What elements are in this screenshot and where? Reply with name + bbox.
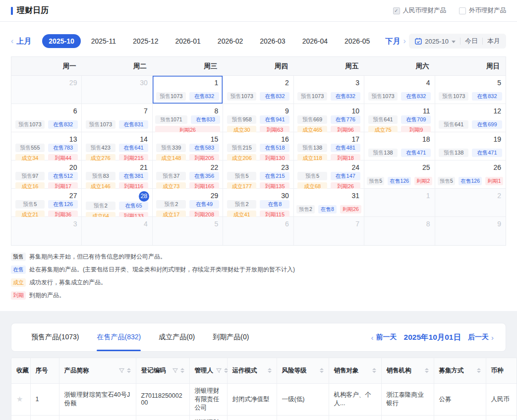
calendar-cell-23[interactable]: 23预售5在售215成立177到期135 — [223, 160, 293, 189]
calendar-cell-7[interactable]: 7预售1073在售831 — [82, 104, 152, 132]
calendar-cell-31[interactable]: 31预售2在售8到期26 — [294, 189, 364, 217]
calendar-cell-14[interactable]: 14预售423在售641成立276到期215 — [82, 132, 152, 160]
calendar-cell-9[interactable]: 9 — [435, 217, 506, 245]
month-tab-2025-11[interactable]: 2025-11 — [85, 34, 122, 48]
calendar-cell-29[interactable]: 29 — [11, 76, 82, 104]
product-tab-2[interactable]: 成立产品(0) — [159, 323, 195, 351]
sort-icon[interactable] — [268, 368, 272, 373]
filter-icon[interactable] — [119, 368, 124, 373]
sort-icon[interactable] — [180, 368, 184, 373]
calendar-cell-9[interactable]: 9预售958在售941成立30到期63 — [223, 104, 293, 132]
next-day-button[interactable]: 后一天 › — [468, 333, 494, 342]
column-header-inner: 收藏 — [16, 367, 25, 375]
calendar-day-number: 15 — [153, 132, 223, 144]
calendar-cell-3[interactable]: 3预售1073在售832 — [294, 76, 364, 104]
calendar-cell-13[interactable]: 13预售555在售783成立34到期44 — [11, 132, 82, 160]
calendar-cell-26[interactable]: 26预售5在售126到期1 — [435, 160, 506, 189]
onsale-badge-label: 在售 — [406, 93, 417, 99]
calendar-weekday: 周二 — [82, 57, 152, 75]
calendar-cell-5[interactable]: 5 — [153, 217, 223, 245]
calendar-cell-8[interactable]: 8预售1071在售833到期26 — [153, 104, 223, 132]
presale-badge: 预售641 — [439, 120, 468, 129]
filter-icon[interactable] — [172, 368, 178, 373]
calendar-cell-12[interactable]: 12预售641在售699 — [435, 104, 506, 132]
column-header-销售对象[interactable]: 销售对象 — [329, 358, 381, 383]
calendar-cell-29[interactable]: 29预售2在售49成立17到期208 — [153, 189, 223, 217]
calendar-cell-24[interactable]: 24预售5在售147成立68到期26 — [294, 160, 364, 189]
sort-icon[interactable] — [320, 368, 324, 373]
calendar-cell-16[interactable]: 16预售215在售518成立206到期130 — [223, 132, 293, 160]
favorite-star-icon[interactable]: ★ — [16, 395, 23, 403]
calendar-cell-7[interactable]: 7 — [294, 217, 364, 245]
calendar-day-number: 8 — [364, 217, 434, 228]
month-picker-dropdown[interactable]: 2025-10 — [415, 38, 456, 45]
sort-icon[interactable] — [477, 368, 481, 373]
foreign-currency-products-checkbox[interactable]: 外币理财产品 — [459, 6, 506, 15]
calendar-cell-4[interactable]: 4预售1073在售832 — [364, 76, 435, 104]
calendar-cell-20[interactable]: 20预售97在售512成立16到期17 — [11, 160, 82, 189]
onsale-badge: 在售832 — [401, 92, 431, 101]
checkbox-checked-icon[interactable]: ✓ — [393, 7, 400, 14]
sort-icon[interactable] — [127, 368, 131, 373]
calendar-cell-28[interactable]: 28预售2在售65成立64到期133 — [82, 189, 152, 217]
product-tab-3[interactable]: 到期产品(0) — [213, 323, 249, 351]
calendar-cell-1[interactable]: 1 — [364, 189, 435, 217]
calendar-cell-11[interactable]: 11预售641在售709成立75到期9 — [364, 104, 435, 132]
table-row[interactable]: ★2浙银理财琮简宝石40号Z7011825000200浙银理财有限责任公司封闭式… — [11, 415, 517, 420]
table-row[interactable]: ★1浙银理财琮简宝石40号J份额Z7011825000200浙银理财有限责任公司… — [11, 383, 517, 415]
calendar-cell-30[interactable]: 30预售2在售8成立41到期115 — [223, 189, 293, 217]
onsale-badge: 在售518 — [260, 144, 289, 152]
calendar-cell-3[interactable]: 3 — [11, 217, 82, 245]
month-tab-2025-10[interactable]: 2025-10 — [42, 34, 80, 48]
column-header-产品简称[interactable]: 产品简称 — [59, 358, 136, 383]
calendar-cell-6[interactable]: 6 — [223, 217, 293, 245]
month-tab-2026-05[interactable]: 2026-05 — [338, 34, 376, 48]
calendar-cell-2[interactable]: 2预售1073在售832 — [223, 76, 293, 104]
calendar-cell-15[interactable]: 15预售339在售583成立148到期205 — [153, 132, 223, 160]
month-tab-2026-03[interactable]: 2026-03 — [253, 34, 291, 48]
calendar-cell-30[interactable]: 30 — [82, 76, 152, 104]
calendar-cell-10[interactable]: 10预售669在售776成立465到期96 — [294, 104, 364, 132]
calendar-cell-27[interactable]: 27预售5在售126成立21到期36 — [11, 189, 82, 217]
calendar-cell-21[interactable]: 21预售83在售381成立146到期116 — [82, 160, 152, 189]
calendar-cell-8[interactable]: 8 — [364, 217, 435, 245]
calendar-cell-2[interactable]: 2 — [435, 189, 506, 217]
sort-icon[interactable] — [425, 368, 429, 373]
sort-icon[interactable] — [224, 368, 228, 373]
calendar-cell-4[interactable]: 4 — [82, 217, 152, 245]
sort-icon[interactable] — [372, 368, 376, 373]
calendar-cell-22[interactable]: 22预售37在售356成立73到期165 — [153, 160, 223, 189]
current-month-button[interactable]: 本月 — [487, 37, 500, 46]
filter-icon[interactable] — [216, 368, 222, 373]
column-header-运作模式[interactable]: 运作模式 — [227, 358, 277, 383]
calendar-cell-17[interactable]: 17预售138在售481成立118到期18 — [294, 132, 364, 160]
calendar-cell-19[interactable]: 19预售138在售471 — [435, 132, 506, 160]
today-button[interactable]: 今日 — [465, 37, 478, 46]
prev-month-button[interactable]: ‹ 上月 — [11, 37, 31, 46]
product-tab-0[interactable]: 预售产品(1073) — [31, 323, 79, 351]
column-header-风险等级[interactable]: 风险等级 — [277, 358, 329, 383]
onsale-badge: 在售641 — [119, 144, 149, 152]
column-header-募集方式[interactable]: 募集方式 — [434, 358, 486, 383]
month-tab-2026-04[interactable]: 2026-04 — [296, 34, 334, 48]
month-tab-2026-01[interactable]: 2026-01 — [169, 34, 207, 48]
onsale-badge: 在售776 — [331, 115, 360, 124]
rmb-products-checkbox[interactable]: ✓ 人民币理财产品 — [393, 6, 447, 15]
prev-day-button[interactable]: ‹ 前一天 — [371, 333, 397, 342]
column-header-管理人[interactable]: 管理人 — [189, 358, 227, 383]
product-tab-1[interactable]: 在售产品(832) — [97, 323, 141, 351]
column-header-销售机构[interactable]: 销售机构 — [381, 358, 434, 383]
onsale-badge-value: 832 — [488, 93, 497, 99]
calendar-cell-18[interactable]: 18预售138在售471 — [364, 132, 435, 160]
month-tab-2025-12[interactable]: 2025-12 — [126, 34, 165, 48]
next-month-button[interactable]: 下月 › — [385, 37, 405, 46]
month-tab-2026-02[interactable]: 2026-02 — [211, 34, 249, 48]
onsale-badge-label: 在售 — [265, 116, 276, 122]
column-header-登记编码[interactable]: 登记编码 — [136, 358, 189, 383]
calendar-cell-1[interactable]: 1预售1073在售832 — [153, 76, 223, 104]
presale-badge: 预售1073 — [297, 92, 327, 101]
calendar-cell-5[interactable]: 5预售1073在售832 — [435, 76, 506, 104]
calendar-cell-6[interactable]: 6预售1073在售832 — [11, 104, 82, 132]
calendar-cell-25[interactable]: 25预售5在售126到期2 — [364, 160, 435, 189]
checkbox-unchecked-icon[interactable] — [459, 7, 466, 14]
